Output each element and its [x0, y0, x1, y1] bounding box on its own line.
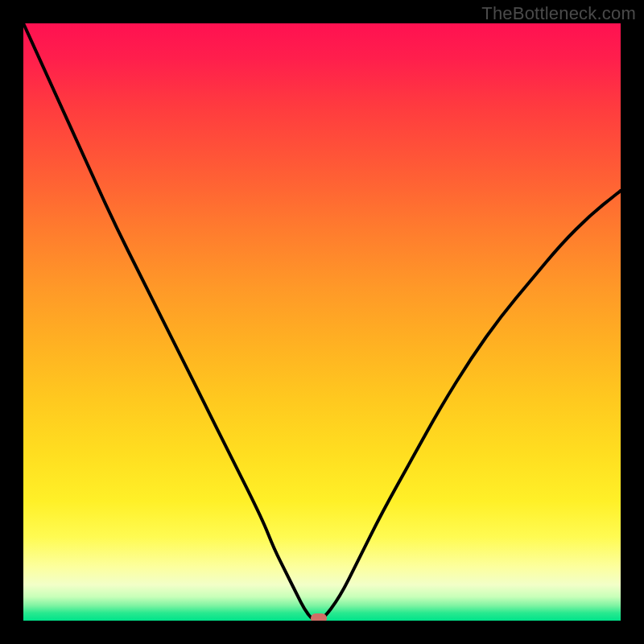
- bottleneck-curve: [23, 23, 621, 621]
- plot-area: [23, 23, 621, 621]
- chart-frame: TheBottleneck.com: [0, 0, 644, 644]
- optimal-marker: [311, 613, 327, 621]
- watermark-text: TheBottleneck.com: [481, 3, 636, 24]
